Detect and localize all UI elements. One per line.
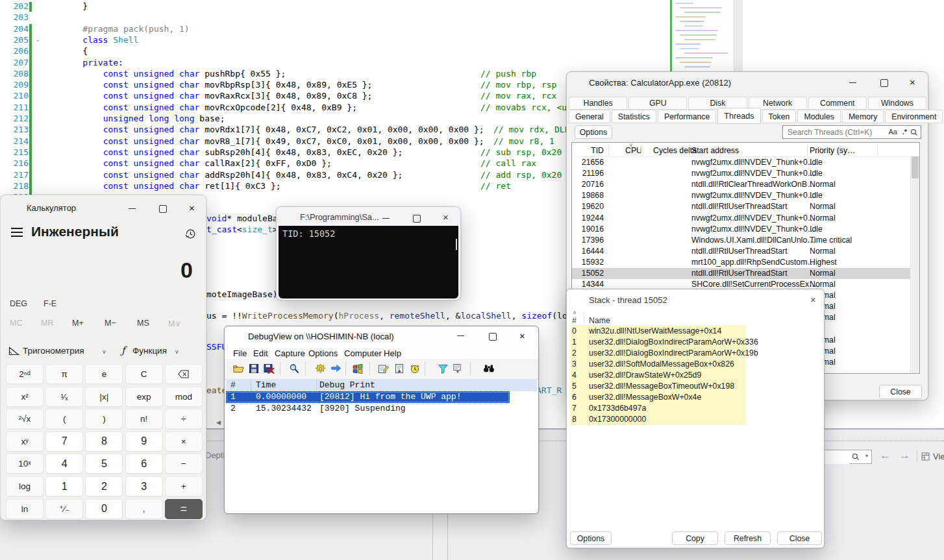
gear-icon[interactable]: [315, 363, 326, 374]
calc-button-nx[interactable]: n!: [125, 409, 163, 429]
thread-row[interactable]: 19016nvwgf2umx.dll!NVDEV_Thunk+0…Idle: [572, 224, 911, 235]
calc-button-x[interactable]: =: [165, 499, 203, 519]
calc-button-9[interactable]: 9: [125, 432, 163, 452]
menu-item-edit[interactable]: Edit: [253, 348, 268, 358]
minimize-button[interactable]: [129, 208, 136, 209]
function-dropdown[interactable]: Функция: [132, 346, 167, 356]
close-button[interactable]: ×: [810, 294, 816, 305]
angle-unit-button[interactable]: DEG: [10, 299, 27, 308]
thread-row[interactable]: 20716ntdll.dll!RtlClearThreadWorkOnB…Nor…: [572, 179, 911, 190]
menu-item-help[interactable]: Help: [384, 348, 401, 358]
calc-button-2xx[interactable]: 2ⁿᵈ: [6, 364, 43, 384]
maximize-button[interactable]: [413, 215, 421, 223]
refresh-button[interactable]: Refresh: [725, 531, 771, 545]
tab-modules[interactable]: Modules: [797, 110, 840, 123]
menu-item-computer[interactable]: Computer: [344, 348, 382, 358]
menu-item-capture[interactable]: Capture: [275, 348, 305, 358]
calc-button-xxx[interactable]: ²√x: [6, 409, 43, 429]
navigate-back-arrow[interactable]: ←: [880, 449, 891, 462]
options-button[interactable]: Options: [570, 531, 612, 545]
tab-comment[interactable]: Comment: [808, 97, 867, 110]
tab-windows[interactable]: Windows: [868, 97, 926, 110]
save-icon[interactable]: [249, 363, 260, 374]
thread-row[interactable]: 21196nvwgf2umx.dll!NVDEV_Thunk+0…Idle: [572, 168, 911, 179]
tab-gpu[interactable]: GPU: [628, 97, 687, 110]
column-header[interactable]: Debug Print: [319, 380, 375, 390]
options-button[interactable]: Options: [575, 125, 612, 139]
calc-button-xx[interactable]: x²: [6, 387, 43, 407]
thread-row[interactable]: 17396Windows.UI.Xaml.dll!DllCanUnlo…Time…: [572, 235, 911, 246]
memory-button-m[interactable]: M+: [72, 319, 84, 328]
minimize-button[interactable]: [849, 82, 856, 83]
save-close-icon[interactable]: [264, 363, 275, 374]
memory-button-ms[interactable]: MS: [137, 319, 149, 328]
calc-button-xx[interactable]: xʸ: [6, 432, 43, 452]
calc-button-5[interactable]: 5: [85, 454, 123, 474]
thread-search-input[interactable]: [786, 127, 886, 138]
thread-row[interactable]: 19244nvwgf2umx.dll!NVDEV_Thunk+0…Normal: [572, 213, 911, 224]
clock-icon[interactable]: [410, 363, 421, 374]
match-case-toggle[interactable]: Aa: [889, 128, 897, 136]
calc-button-π[interactable]: π: [45, 364, 83, 384]
calc-button-x[interactable]: ÷: [165, 409, 203, 429]
calc-button-3[interactable]: 3: [125, 476, 163, 496]
windows-logo-icon[interactable]: [352, 363, 363, 374]
navigate-forward-arrow[interactable]: →: [899, 449, 910, 462]
close-button-bottom[interactable]: Close: [879, 385, 922, 399]
debugview-list[interactable]: #TimeDebug Print10.00000000[20812] Hi fr…: [226, 379, 537, 513]
stack-frame-row[interactable]: 80x17300000000: [570, 414, 746, 425]
column-header-priority[interactable]: Priority (sy…: [810, 146, 855, 155]
minimize-button[interactable]: [457, 335, 464, 336]
filter-grid-icon[interactable]: [453, 363, 464, 374]
calc-button-8[interactable]: 8: [85, 432, 123, 452]
tab-handles[interactable]: Handles: [569, 97, 627, 110]
thread-row[interactable]: 15052ntdll.dll!RtlUserThreadStartNormal: [572, 268, 911, 279]
minimize-button[interactable]: [382, 218, 390, 219]
close-button[interactable]: ×: [910, 77, 915, 88]
calc-button-mod[interactable]: mod: [165, 387, 203, 407]
thread-row[interactable]: 16444ntdll.dll!RtlUserThreadStartNormal: [572, 246, 911, 257]
close-button[interactable]: ×: [443, 212, 449, 223]
calc-button-xxx[interactable]: ⁺⁄₋: [45, 499, 83, 519]
calc-button-x[interactable]: ,: [125, 499, 163, 519]
column-header-name[interactable]: Name: [589, 316, 610, 325]
maximize-button[interactable]: [489, 333, 497, 341]
list-scrollbar[interactable]: [910, 156, 919, 373]
collapse-chevron-icon[interactable]: ⌄: [35, 36, 40, 43]
tab-environment[interactable]: Environment: [885, 110, 943, 123]
console-body[interactable]: TID: 15052: [279, 226, 458, 298]
stack-frame-row[interactable]: 0win32u.dll!NtUserWaitMessage+0x14: [570, 326, 746, 337]
calc-button-C[interactable]: C: [125, 364, 163, 384]
scrollbar-thumb[interactable]: [912, 156, 919, 178]
memory-button-m[interactable]: M−: [105, 319, 116, 328]
column-header-index[interactable]: #: [572, 316, 577, 325]
calc-button-x[interactable]: (: [45, 409, 83, 429]
menu-item-file[interactable]: File: [233, 348, 247, 358]
tab-statistics[interactable]: Statistics: [612, 110, 656, 123]
tab-performance[interactable]: Performance: [658, 110, 716, 123]
stack-frame-row[interactable]: 4user32.dll!DrawStateW+0x25d9: [570, 370, 746, 381]
menu-hamburger-icon[interactable]: [11, 228, 23, 239]
column-header-tid[interactable]: TID: [572, 146, 604, 155]
chevron-down-icon[interactable]: ▾: [865, 453, 868, 459]
close-button[interactable]: Close: [777, 531, 822, 545]
calc-button-ln[interactable]: ln: [6, 499, 43, 519]
open-folder-icon[interactable]: [233, 363, 244, 374]
calc-button-x[interactable]: −: [165, 454, 203, 474]
copy-button[interactable]: Copy: [672, 531, 718, 545]
stack-frame-row[interactable]: 3user32.dll!SoftModalMessageBox+0x826: [570, 359, 746, 370]
hscroll-left-arrow-icon[interactable]: ◀: [216, 419, 221, 426]
tab-token[interactable]: Token: [762, 110, 797, 123]
fe-button[interactable]: F-E: [43, 299, 56, 308]
calc-button-4[interactable]: 4: [45, 454, 83, 474]
stack-frame-row[interactable]: 6user32.dll!MessageBoxW+0x4e: [570, 392, 746, 403]
maximize-button[interactable]: [880, 79, 888, 87]
stack-frame-row[interactable]: 5user32.dll!MessageBoxTimeoutW+0x198: [570, 381, 746, 392]
stack-frame-row[interactable]: 1user32.dll!DialogBoxIndirectParamAorW+0…: [570, 337, 746, 348]
magnifier-icon[interactable]: [289, 363, 300, 374]
calc-button-x[interactable]: +: [165, 476, 203, 496]
calc-button-log[interactable]: log: [6, 476, 43, 496]
menu-item-options[interactable]: Options: [308, 348, 338, 358]
editor-minimap[interactable]: [670, 0, 734, 73]
column-header-start-address[interactable]: Start address: [691, 146, 739, 155]
